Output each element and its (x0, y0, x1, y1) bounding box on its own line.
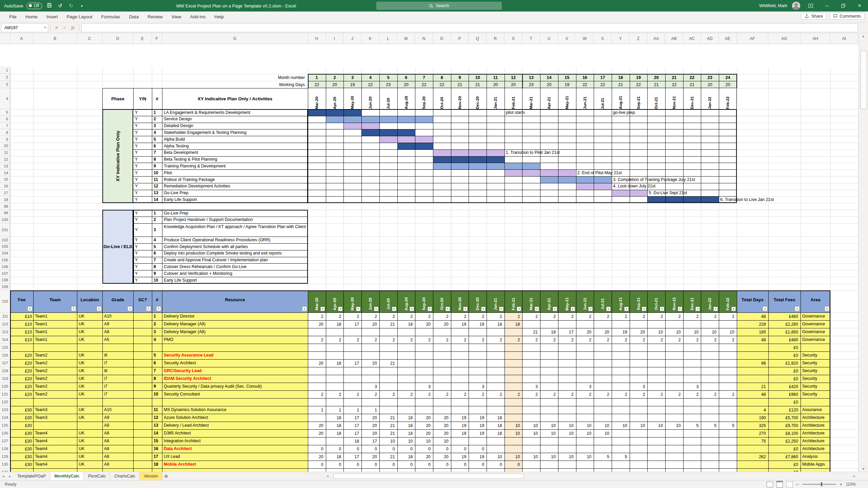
cell-month-value[interactable]: 18 (326, 359, 343, 367)
cell-fee[interactable] (10, 468, 33, 472)
filter-button-month-Jun-20[interactable]: ▼ (374, 307, 378, 311)
menu-item-formulas[interactable]: Formulas (97, 12, 124, 22)
cell-resource[interactable] (162, 344, 308, 351)
row-header-8[interactable]: 8 (0, 129, 10, 136)
column-header-G[interactable]: G (162, 33, 308, 44)
row-header-128[interactable]: 128 (0, 445, 10, 453)
cell-month-value[interactable]: 0 (343, 445, 360, 453)
working-days-7[interactable]: 22 (415, 81, 433, 88)
cell-month-value[interactable]: 20 (361, 414, 378, 422)
row-header-112[interactable]: 112 (0, 320, 10, 328)
cell-grade[interactable]: A9 (102, 414, 133, 422)
cell-month-value[interactable]: 0 (469, 461, 486, 468)
cell-month-value[interactable]: 0 (308, 445, 325, 453)
cell-month-value[interactable]: 17 (343, 453, 360, 461)
cell-month-value[interactable]: 0 (361, 461, 378, 468)
cell-grade[interactable]: A8 (102, 328, 133, 336)
cell-month-value[interactable]: 5 (701, 422, 718, 429)
cell-resource[interactable]: Quarterly Security / Data privacy Audit … (162, 383, 308, 390)
cell-month-value[interactable]: 20 (308, 429, 325, 437)
zoom-slider-thumb[interactable] (821, 482, 822, 486)
cell-grade[interactable]: A8 (102, 422, 133, 429)
row-header-123[interactable]: 123 (0, 406, 10, 414)
golive-num[interactable]: 2 (152, 217, 162, 223)
gantt-activity[interactable]: Service Design (162, 116, 308, 123)
row-header-108[interactable]: 108 (0, 277, 10, 284)
sheet-tab-chartscalc[interactable]: ChartsCalc (110, 472, 140, 480)
gantt-activity[interactable]: Pilot (162, 169, 308, 176)
sheet-tab-pivotcalc[interactable]: PivotCalc (84, 472, 110, 480)
cell-month-value[interactable]: 10 (540, 422, 557, 429)
cell-month-value[interactable]: 10 (612, 422, 629, 429)
cell-month-value[interactable]: 2 (683, 336, 700, 344)
cell-total-fees[interactable]: £9,750 (768, 422, 800, 429)
cell-month-value[interactable]: 20 (415, 320, 432, 328)
cell-grade[interactable]: i6 (102, 351, 133, 359)
cell-month-value[interactable]: 10 (397, 437, 414, 445)
cell-location[interactable] (77, 344, 102, 351)
golive-num[interactable]: 3 (152, 223, 162, 237)
cell-month-value[interactable]: 0 (451, 445, 468, 453)
cell-resource[interactable]: Security Consultant (162, 390, 308, 398)
gantt-bar-activity-4[interactable] (361, 129, 415, 136)
cell-resource[interactable]: Delivery Manager (A8) (162, 328, 308, 336)
working-days-6[interactable]: 20 (397, 81, 415, 88)
cell-month-value[interactable]: 19 (469, 453, 486, 461)
cell-month-value[interactable]: 18 (487, 422, 504, 429)
gantt-activity[interactable]: Rollout of Training Package (162, 176, 308, 183)
gantt-bar-activity-5[interactable] (379, 136, 433, 143)
tab-nav-left-icon[interactable]: ◂ (0, 474, 7, 479)
cell-area[interactable]: Assurance (801, 406, 830, 414)
cell-sc[interactable] (133, 390, 152, 398)
row-header-1[interactable]: 1 (0, 66, 10, 74)
month-number-3[interactable]: 3 (343, 74, 361, 81)
cell-area[interactable]: Security (801, 375, 830, 383)
cell-month-value[interactable]: 20 (308, 422, 325, 429)
page-layout-view-icon[interactable] (776, 481, 783, 488)
cell-grade[interactable]: A8 (102, 437, 133, 445)
cell-total-days[interactable] (737, 468, 767, 472)
cell-team[interactable]: Team2 (33, 383, 77, 390)
vertical-scrollbar[interactable]: ▲ ▼ (859, 33, 868, 472)
cell-num[interactable]: 10 (152, 390, 162, 398)
cell-month-value[interactable]: 10 (522, 453, 539, 461)
month-number-13[interactable]: 13 (522, 74, 540, 81)
cell-month-value[interactable]: 5 (594, 453, 611, 461)
cell-month-value[interactable]: 10 (522, 429, 539, 437)
cell-month-value[interactable]: 20 (361, 320, 378, 328)
cell-total-days[interactable]: 48 (737, 390, 767, 398)
horizontal-scrollbar[interactable]: ◂ ▸ (324, 472, 858, 479)
cell-sc[interactable] (133, 468, 152, 472)
column-header-D[interactable]: D (102, 33, 133, 44)
cell-month-value[interactable]: 21 (379, 453, 396, 461)
cell-month-value[interactable]: 3 (576, 383, 593, 390)
cell-num[interactable]: 16 (152, 445, 162, 453)
cell-location[interactable]: UK (77, 367, 102, 375)
golive-num[interactable]: 6 (152, 250, 162, 257)
cell-month-value[interactable]: 2 (522, 336, 539, 344)
cell-month-value[interactable]: 20 (433, 414, 450, 422)
cell-total-days[interactable] (737, 367, 767, 375)
menu-item-data[interactable]: Data (125, 12, 143, 22)
cell-resource[interactable]: Integration Architect (162, 437, 308, 445)
cell-area[interactable]: Security (801, 359, 830, 367)
cell-month-value[interactable]: 0 (433, 445, 450, 453)
gantt-yn[interactable]: Y (133, 136, 152, 143)
cell-total-days[interactable]: 21 (737, 383, 767, 390)
cell-team[interactable]: Team2 (33, 375, 77, 383)
cell-grade[interactable]: A10 (102, 312, 133, 320)
month-number-23[interactable]: 23 (701, 74, 719, 81)
cell-num[interactable]: 1 (152, 312, 162, 320)
working-days-16[interactable]: 22 (576, 81, 594, 88)
row-header-5[interactable]: 5 (0, 109, 10, 116)
cell-area[interactable]: Security (801, 390, 830, 398)
cell-month-value[interactable]: 10 (433, 437, 450, 445)
cell-month-value[interactable]: 2 (576, 336, 593, 344)
quick-access-chevron-icon[interactable]: ▾ (78, 4, 85, 8)
gantt-bar-activity-1[interactable] (308, 109, 361, 116)
filter-button-total-fees[interactable]: ▼ (795, 306, 800, 311)
cell-total-fees[interactable]: £1,850 (768, 328, 800, 336)
cell-month-value[interactable]: 10 (576, 429, 593, 437)
working-days-9[interactable]: 21 (451, 81, 469, 88)
row-header-15[interactable]: 15 (0, 176, 10, 183)
